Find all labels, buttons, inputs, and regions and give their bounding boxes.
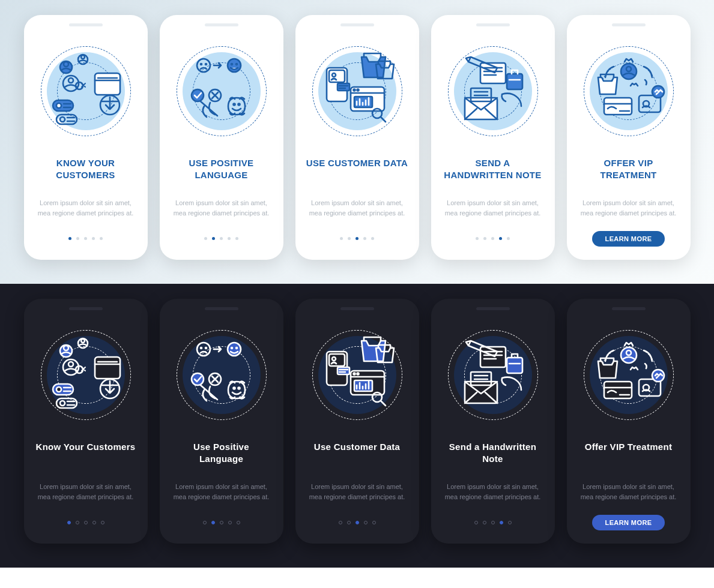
onboarding-screen-2: Use Positive Language Lorem ipsum dolor … — [160, 299, 283, 544]
dot[interactable] — [92, 237, 95, 240]
svg-point-59 — [231, 347, 232, 349]
dot[interactable] — [483, 521, 486, 524]
dot[interactable] — [76, 237, 79, 240]
dot[interactable] — [211, 521, 215, 524]
dot[interactable] — [364, 521, 368, 524]
svg-point-10 — [56, 103, 61, 108]
dot[interactable] — [500, 521, 503, 524]
screen-title: Use Positive Language — [167, 441, 276, 476]
screen-title: OFFER VIP TREATMENT — [574, 157, 683, 192]
dot[interactable] — [92, 521, 96, 524]
onboarding-screen-2: USE POSITIVE LANGUAGE Lorem ipsum dolor … — [160, 15, 283, 260]
dot[interactable] — [100, 237, 103, 240]
svg-point-5 — [68, 78, 73, 83]
screen-description: Lorem ipsum dolor sit sin amet, mea regi… — [574, 198, 683, 218]
svg-point-19 — [192, 89, 204, 101]
svg-rect-80 — [604, 382, 632, 398]
screen-description: Lorem ipsum dolor sit sin amet, mea regi… — [167, 482, 276, 502]
dot[interactable] — [372, 521, 376, 524]
dot[interactable] — [220, 521, 223, 524]
onboarding-screen-5: OFFER VIP TREATMENT Lorem ipsum dolor si… — [567, 15, 691, 260]
screen-description: Lorem ipsum dolor sit sin amet, mea regi… — [303, 482, 412, 502]
dot[interactable] — [84, 521, 88, 524]
svg-point-18 — [236, 64, 237, 65]
dot[interactable] — [228, 521, 232, 524]
screen-description: Lorem ipsum dolor sit sin amet, mea regi… — [303, 198, 412, 218]
onboarding-screen-4: Send a Handwritten Note Lorem ipsum dolo… — [431, 299, 555, 544]
svg-point-15 — [205, 64, 207, 65]
svg-point-47 — [68, 362, 73, 367]
dot[interactable] — [491, 237, 494, 240]
dot[interactable] — [67, 521, 71, 524]
light-section: KNOW YOUR CUSTOMERS Lorem ipsum dolor si… — [0, 0, 714, 284]
customer-data-icon — [306, 41, 408, 140]
dot[interactable] — [491, 521, 495, 524]
dot[interactable] — [84, 237, 87, 240]
svg-point-45 — [81, 339, 85, 343]
dot[interactable] — [204, 237, 207, 240]
svg-point-55 — [197, 343, 210, 356]
pagination-dots — [68, 237, 103, 240]
svg-point-64 — [238, 387, 240, 389]
screen-description: Lorem ipsum dolor sit sin amet, mea regi… — [438, 198, 548, 218]
screen-title: Send a Handwritten Note — [438, 441, 548, 476]
onboarding-screen-5: Offer VIP Treatment Lorem ipsum dolor si… — [567, 299, 691, 544]
pagination-dots — [476, 237, 510, 240]
dot[interactable] — [348, 237, 351, 240]
screen-title: SEND A HANDWRITTEN NOTE — [438, 157, 548, 192]
svg-point-56 — [201, 347, 202, 349]
dot[interactable] — [76, 521, 79, 524]
svg-point-60 — [236, 347, 237, 349]
dot[interactable] — [339, 521, 342, 524]
pagination-dots — [474, 521, 512, 524]
screen-title: USE CUSTOMER DATA — [303, 157, 411, 192]
handwritten-note-icon — [442, 41, 544, 140]
dot[interactable] — [235, 237, 238, 240]
onboarding-screen-1: Know Your Customers Lorem ipsum dolor si… — [24, 299, 148, 544]
screen-title: Offer VIP Treatment — [581, 441, 676, 476]
customer-data-icon — [306, 325, 408, 424]
dot[interactable] — [355, 237, 359, 240]
dot[interactable] — [363, 237, 366, 240]
dot[interactable] — [476, 237, 479, 240]
dot[interactable] — [212, 237, 215, 240]
dot[interactable] — [474, 521, 478, 524]
screen-description: Lorem ipsum dolor sit sin amet, mea regi… — [31, 198, 141, 218]
dot[interactable] — [340, 237, 343, 240]
svg-rect-7 — [95, 73, 120, 95]
dot[interactable] — [507, 237, 510, 240]
svg-rect-49 — [95, 357, 120, 379]
svg-point-22 — [238, 103, 240, 105]
dot[interactable] — [355, 521, 359, 524]
dot[interactable] — [68, 237, 71, 240]
dot[interactable] — [371, 237, 374, 240]
screen-description: Lorem ipsum dolor sit sin amet, mea regi… — [167, 198, 276, 218]
svg-point-52 — [56, 387, 61, 392]
dot[interactable] — [203, 521, 207, 524]
dot[interactable] — [483, 237, 486, 240]
dot[interactable] — [499, 237, 502, 240]
svg-point-12 — [60, 117, 65, 122]
svg-rect-68 — [337, 367, 349, 374]
svg-rect-26 — [337, 83, 349, 91]
dot[interactable] — [101, 521, 104, 524]
svg-rect-33 — [507, 74, 522, 89]
dot[interactable] — [220, 237, 223, 240]
positive-language-icon — [171, 325, 273, 424]
dot[interactable] — [347, 521, 351, 524]
learn-more-button[interactable]: LEARN MORE — [592, 515, 665, 530]
dot[interactable] — [237, 521, 240, 524]
screen-title: Know Your Customers — [32, 441, 139, 476]
screen-description: Lorem ipsum dolor sit sin amet, mea regi… — [438, 482, 548, 502]
vip-treatment-icon — [578, 325, 680, 424]
learn-more-button[interactable]: LEARN MORE — [592, 231, 665, 247]
dot[interactable] — [508, 521, 512, 524]
pagination-dots — [67, 521, 104, 524]
dot[interactable] — [228, 237, 231, 240]
pagination-dots — [339, 521, 376, 524]
svg-point-63 — [233, 387, 235, 389]
svg-point-61 — [192, 373, 204, 385]
screen-description: Lorem ipsum dolor sit sin amet, mea regi… — [574, 482, 683, 502]
svg-point-54 — [60, 401, 65, 406]
svg-point-13 — [197, 59, 210, 72]
